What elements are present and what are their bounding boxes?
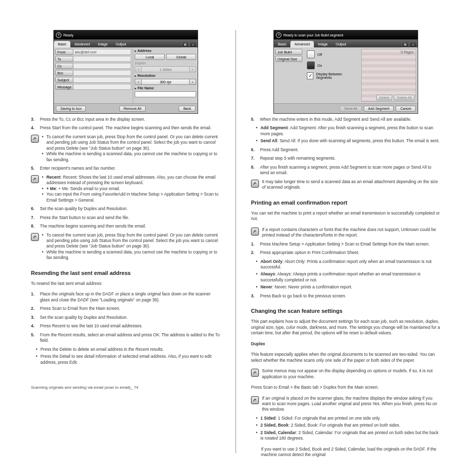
right-step-8: After you finish scanning a segment, pre… xyxy=(260,165,441,176)
note-icon xyxy=(251,396,259,404)
bcc-label[interactable]: Bcc xyxy=(55,70,73,76)
toolbox-icon[interactable]: ⚙ xyxy=(182,41,189,47)
dup-2cal-b: If you want to use 2 Sided, Book and 2 S… xyxy=(261,447,441,458)
tab-output[interactable]: Output xyxy=(332,41,350,47)
opt-off: Off xyxy=(317,53,322,56)
tab-row: Basic Advanced Image Output ⚙ ⌂ xyxy=(54,39,198,47)
on-icon[interactable] xyxy=(307,61,315,69)
left-step-7: Press the Start button to scan and send … xyxy=(40,215,129,221)
home-icon[interactable]: ⌂ xyxy=(190,41,197,47)
opt-display: Display Between Segments xyxy=(316,72,357,79)
remove-all-button[interactable]: Remove All xyxy=(119,106,146,112)
note-icon xyxy=(31,135,39,143)
help-icon[interactable]: ? xyxy=(276,32,281,38)
toolbox-icon[interactable]: ⚙ xyxy=(402,41,409,47)
to-label[interactable]: To xyxy=(55,56,73,62)
left-note2-b: + Me: Sends email to your email. xyxy=(58,186,120,191)
confirm-heading: Printing an email confirmation report xyxy=(251,200,441,206)
recent-del: Press the Delete to delete an email addr… xyxy=(40,347,164,352)
titlebar: ? Ready xyxy=(54,30,198,39)
left-note3-a: To cancel the current scan job, press St… xyxy=(46,233,221,249)
note-icon xyxy=(31,233,39,241)
add-segment-button[interactable]: Add Segment xyxy=(364,106,394,112)
sendall-desc: Send All: If you done with scanning all … xyxy=(279,138,439,143)
cc-label[interactable]: Cc xyxy=(55,63,73,69)
preview-btn-1[interactable]: Delete xyxy=(376,95,392,100)
resend-heading: Resending the last sent email address xyxy=(31,270,221,276)
filename-section: File Name xyxy=(135,86,196,90)
off-icon[interactable] xyxy=(307,50,315,58)
titlebar-text: Ready to scan your Job Build segment xyxy=(283,33,343,37)
side-original-size[interactable]: Original Size xyxy=(275,56,302,62)
duplex-prev-button[interactable]: ‹ xyxy=(135,66,142,72)
cancel-button[interactable]: Cancel xyxy=(396,106,416,112)
resolution-next-button[interactable]: › xyxy=(189,79,196,85)
left-resend-1: Place the originals face up in the DADF … xyxy=(40,291,221,303)
duplex-next-button[interactable]: › xyxy=(189,66,196,72)
tab-image[interactable]: Image xyxy=(94,41,111,47)
dup-2book: 2 Sided, Book: For originals that are pr… xyxy=(291,423,400,428)
changing-p1: This part explains how to adjust the doc… xyxy=(251,319,441,336)
preview-btn-2[interactable]: Delete All xyxy=(394,95,415,100)
send-all-button[interactable]: Send All xyxy=(340,106,362,112)
back-button[interactable]: Back xyxy=(179,106,196,112)
address-section: Address xyxy=(135,49,196,52)
from-input[interactable]: abc@def.com xyxy=(73,49,131,55)
right-note1: It may take longer time to send a scanne… xyxy=(262,179,441,191)
segment-preview: 0 Pages DeleteDelete All xyxy=(361,49,416,102)
saving-to-box-button[interactable]: Saving to box xyxy=(56,106,86,112)
duplex-p: This feature especially applies when the… xyxy=(251,352,441,363)
confirm-step-3: Press Back to go back to the previous sc… xyxy=(260,293,346,299)
tab-advanced[interactable]: Advanced xyxy=(70,41,94,47)
left-resend-4: Press Recent to see the last 10 used ema… xyxy=(40,323,143,329)
address-local-button[interactable]: Local xyxy=(135,54,165,60)
right-note2: Some menus may not appear on the display… xyxy=(262,368,441,380)
bcc-input[interactable] xyxy=(73,70,131,76)
resolution-prev-button[interactable]: ‹ xyxy=(135,79,142,85)
tab-output[interactable]: Output xyxy=(112,41,130,47)
tab-basic[interactable]: Basic xyxy=(54,41,70,47)
left-resend-2: Press Scan to Email from the Main screen… xyxy=(40,306,120,311)
message-input[interactable] xyxy=(73,84,131,90)
tab-advanced[interactable]: Advanced xyxy=(290,41,314,47)
right-note3: If an original is placed on the scanner … xyxy=(262,396,441,413)
filename-input[interactable] xyxy=(135,91,196,97)
titlebar: ? Ready to scan your Job Build segment xyxy=(274,30,418,39)
address-global-button[interactable]: Global xyxy=(166,54,196,60)
dup-1sided: 1 Sided: For originals that are printed … xyxy=(278,416,381,421)
resend-intro: To resend the last sent email address: xyxy=(31,281,221,286)
left-resend-3: Set the scan quality by Duplex and Resol… xyxy=(40,315,128,320)
duplex-section: Duplex xyxy=(135,61,196,65)
help-icon[interactable]: ? xyxy=(56,32,61,38)
left-step-4: Press Start from the control panel. The … xyxy=(40,125,212,131)
message-label[interactable]: Message xyxy=(55,84,73,90)
tab-image[interactable]: Image xyxy=(314,41,331,47)
side-job-build[interactable]: Job Build xyxy=(275,49,302,55)
left-step-3: Press the To, Cc or Bcc input area in th… xyxy=(40,117,145,122)
titlebar-text: Ready xyxy=(63,33,73,37)
cc-input[interactable] xyxy=(73,63,131,69)
right-step-7: Repeat step 5 with remaining segments. xyxy=(260,156,336,161)
left-note2-a: Recent: Shows the last 10 used email add… xyxy=(46,175,216,185)
display-between-checkbox[interactable]: ✓ xyxy=(307,72,313,79)
subject-input[interactable] xyxy=(73,77,131,83)
home-icon[interactable]: ⌂ xyxy=(410,41,417,47)
recent-detail: Press the Detail to see detail informati… xyxy=(40,354,221,365)
changing-heading: Changing the scan feature settings xyxy=(251,308,441,314)
page-footnote: Scanning originals and sending via email… xyxy=(31,385,221,390)
to-input[interactable] xyxy=(73,56,131,62)
note-icon xyxy=(31,175,39,183)
subject-label[interactable]: Subject xyxy=(55,77,73,83)
left-note1-b: While the machine is sending a scanned d… xyxy=(46,151,221,163)
left-step-6: Set the scan quality by Duplex and Resol… xyxy=(40,206,128,212)
confirm-never: Never: Never prints a confirmation repor… xyxy=(274,284,352,289)
panel-footer: Saving to box Remove All Back xyxy=(54,103,198,113)
panel-footer: Send All Add Segment Cancel xyxy=(274,103,418,113)
resolution-value: 300 dpi xyxy=(142,79,189,85)
duplex-path: Press Scan to Email > the Basic tab > Du… xyxy=(251,385,441,390)
tab-basic[interactable]: Basic xyxy=(274,41,290,47)
left-step-8: The machine begins scanning and then sen… xyxy=(40,224,146,229)
pages-count: 0 Pages xyxy=(401,50,414,54)
from-label[interactable]: From xyxy=(55,49,73,55)
confirm-intro: You can set the machine to print a repor… xyxy=(251,211,441,222)
